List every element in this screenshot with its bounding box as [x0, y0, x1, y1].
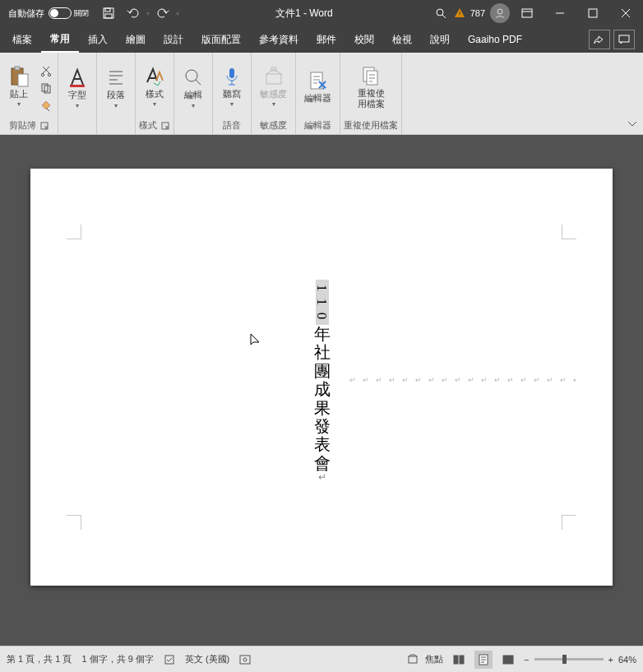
cut-button[interactable]: [38, 63, 54, 78]
margin-mark: [562, 225, 576, 239]
toggle-state: 關閉: [74, 8, 89, 19]
web-layout-button[interactable]: [499, 651, 517, 669]
paragraph-button[interactable]: 段落 ▾: [100, 65, 132, 111]
svg-rect-16: [70, 85, 85, 87]
autosave-toggle[interactable]: 自動儲存 關閉: [3, 7, 95, 20]
group-styles: 樣式 ▾ 樣式: [136, 53, 174, 134]
group-sensitivity: 敏感度 ▾ 敏感度: [252, 53, 296, 134]
notification-count[interactable]: 787: [467, 8, 488, 18]
read-mode-button[interactable]: [450, 651, 468, 669]
svg-rect-29: [454, 656, 458, 664]
svg-rect-10: [18, 74, 28, 86]
document-title: 文件1 - Word: [179, 7, 429, 21]
copy-button[interactable]: [38, 81, 54, 95]
warning-icon: [454, 7, 465, 19]
undo-button[interactable]: [122, 2, 145, 25]
toggle-off-icon: [49, 7, 72, 19]
comments-button[interactable]: [613, 30, 635, 49]
format-painter-button[interactable]: [38, 98, 54, 113]
chevron-down-icon: ▾: [17, 100, 21, 108]
svg-rect-1: [105, 8, 110, 12]
zoom-control: − + 64%: [524, 655, 636, 665]
document-area[interactable]: 110 年 社 團 成 果 發 表 會 ↵ ↵↵↵↵↵↵↵↵↵↵↵↵↵↵↵↵↵↵…: [0, 135, 643, 646]
tab-draw[interactable]: 繪圖: [117, 28, 155, 52]
redo-button[interactable]: [151, 2, 174, 25]
svg-rect-2: [105, 14, 112, 18]
svg-point-12: [48, 73, 50, 76]
group-paragraph: 段落 ▾: [97, 53, 136, 134]
tab-file[interactable]: 檔案: [3, 28, 41, 52]
tab-insert[interactable]: 插入: [79, 28, 117, 52]
tab-references[interactable]: 參考資料: [250, 28, 308, 52]
zoom-level[interactable]: 64%: [618, 655, 636, 665]
maximize-button[interactable]: [577, 0, 608, 26]
tab-home[interactable]: 常用: [41, 27, 79, 53]
reuse-files-button[interactable]: 重複使用檔案: [352, 63, 390, 110]
tab-review[interactable]: 校閱: [345, 28, 383, 52]
page[interactable]: 110 年 社 團 成 果 發 表 會 ↵ ↵↵↵↵↵↵↵↵↵↵↵↵↵↵↵↵↵↵…: [30, 169, 613, 586]
title-bar: 自動儲存 關閉 ▾ ▾ 文件1 - Word 787: [0, 0, 643, 26]
svg-rect-7: [619, 35, 629, 42]
font-label: 字型: [68, 90, 86, 100]
paragraph-mark-icon: ↵: [318, 472, 326, 483]
close-button[interactable]: [610, 0, 641, 26]
dictate-button[interactable]: 聽寫 ▾: [216, 64, 247, 110]
paste-button[interactable]: 貼上 ▾: [3, 64, 35, 110]
tab-help[interactable]: 說明: [421, 28, 459, 52]
reuse-group-label: 重複使用檔案: [344, 119, 398, 132]
zoom-slider[interactable]: [534, 658, 604, 660]
svg-rect-5: [522, 9, 532, 17]
svg-rect-20: [266, 74, 281, 84]
save-button[interactable]: [97, 2, 120, 25]
focus-mode-button[interactable]: 焦點: [425, 653, 443, 665]
svg-rect-32: [503, 656, 513, 664]
vertical-text-line: 年: [314, 325, 331, 343]
dictate-group-label: 語音: [223, 119, 241, 132]
tab-gaaiho[interactable]: Gaaiho PDF: [459, 29, 531, 50]
styles-launcher[interactable]: [160, 121, 170, 131]
account-button[interactable]: [490, 3, 510, 23]
spellcheck-button[interactable]: [164, 654, 175, 665]
display-settings-button[interactable]: [407, 654, 419, 665]
styles-button[interactable]: 樣式 ▾: [139, 64, 170, 110]
zoom-out-button[interactable]: −: [524, 655, 529, 665]
svg-point-11: [41, 73, 44, 76]
share-button[interactable]: [589, 30, 610, 49]
tab-view[interactable]: 檢視: [383, 28, 421, 52]
macro-button[interactable]: [239, 655, 251, 665]
zoom-in-button[interactable]: +: [608, 655, 613, 665]
undo-dropdown[interactable]: ▾: [146, 10, 150, 17]
editing-label: 編輯: [184, 90, 202, 100]
tab-design[interactable]: 設計: [155, 28, 192, 52]
search-button[interactable]: [429, 2, 452, 25]
chevron-down-icon: ▾: [230, 100, 234, 108]
zoom-thumb[interactable]: [562, 655, 567, 664]
tab-layout[interactable]: 版面配置: [192, 28, 250, 52]
chevron-down-icon: ▾: [153, 100, 156, 108]
language-indicator[interactable]: 英文 (美國): [185, 653, 229, 665]
editing-button[interactable]: 編輯 ▾: [178, 65, 209, 111]
margin-mark: [67, 225, 81, 239]
svg-rect-26: [240, 656, 250, 664]
group-font: 字型 ▾: [58, 53, 97, 134]
font-button[interactable]: 字型 ▾: [62, 65, 93, 111]
group-editing: 編輯 ▾: [174, 53, 213, 134]
editor-label: 編輯器: [304, 93, 331, 104]
page-indicator[interactable]: 第 1 頁，共 1 頁: [7, 653, 72, 665]
word-count[interactable]: 1 個字，共 9 個字: [81, 653, 153, 665]
svg-rect-25: [165, 656, 173, 664]
ribbon-options-button[interactable]: [511, 0, 543, 26]
dictate-label: 聽寫: [223, 89, 241, 100]
highlighted-number: 110: [316, 280, 329, 325]
ribbon: 貼上 ▾ 剪貼簿 字型 ▾ 段落: [0, 53, 643, 135]
status-bar: 第 1 頁，共 1 頁 1 個字，共 9 個字 英文 (美國) 焦點 − + 6…: [0, 646, 643, 672]
tab-mailings[interactable]: 郵件: [308, 28, 345, 52]
clipboard-launcher[interactable]: [39, 121, 49, 131]
collapse-ribbon-button[interactable]: [627, 117, 638, 132]
editor-button[interactable]: 編輯器: [299, 68, 336, 105]
document-text[interactable]: 110 年 社 團 成 果 發 表 會 ↵: [314, 280, 331, 484]
margin-mark: [67, 515, 81, 530]
minimize-button[interactable]: [544, 0, 576, 26]
svg-rect-30: [460, 656, 464, 664]
print-layout-button[interactable]: [474, 651, 493, 669]
